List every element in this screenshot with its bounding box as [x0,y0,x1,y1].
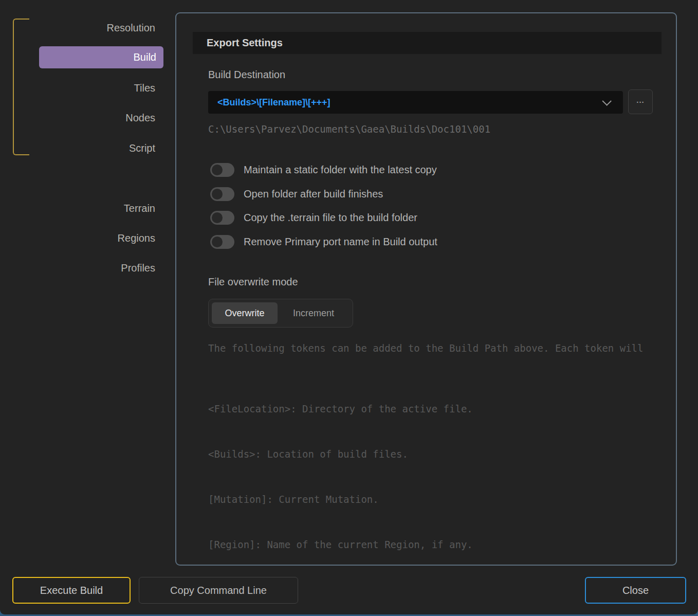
toggle-knob [212,165,223,175]
copy-command-line-button[interactable]: Copy Command Line [139,577,298,604]
static-folder-toggle[interactable] [210,163,234,177]
build-dialog: Resolution Build Tiles Nodes Script Terr… [0,0,698,614]
copy-terrain-toggle[interactable] [210,211,234,225]
toggle-knob [212,237,223,247]
token-line: <Builds>: Location of build files. [208,447,502,462]
open-folder-toggle[interactable] [210,187,234,201]
toggle-label: Copy the .terrain file to the build fold… [244,212,417,224]
toggle-row: Remove Primary port name in Build output [210,234,437,249]
panel-title: Export Settings [193,32,662,54]
toggle-label: Maintain a static folder with the latest… [244,164,437,176]
tokens-intro: The following tokens can be added to the… [208,341,643,356]
tokens-list: <FileLocation>: Directory of the active … [208,371,502,566]
toggle-row: Maintain a static folder with the latest… [210,162,437,177]
toggle-knob [212,212,223,223]
remove-port-name-toggle[interactable] [210,235,234,249]
toggle-label: Open folder after build finishes [244,188,383,200]
segment-overwrite[interactable]: Overwrite [212,302,278,324]
token-line: [Region]: Name of the current Region, if… [208,537,502,552]
build-destination-dropdown[interactable]: <Builds>\[Filename]\[+++] [208,91,623,114]
toggle-label: Remove Primary port name in Build output [244,236,437,248]
sidebar-item-terrain[interactable]: Terrain [0,197,155,220]
overwrite-mode-label: File overwrite mode [208,276,298,288]
toggle-row: Open folder after build finishes [210,187,383,201]
build-destination-label: Build Destination [208,69,285,81]
segment-increment[interactable]: Increment [278,302,350,324]
execute-build-button[interactable]: Execute Build [12,577,131,604]
overwrite-mode-segmented: Overwrite Increment [208,299,353,328]
close-button[interactable]: Close [585,577,686,604]
sidebar-item-regions[interactable]: Regions [0,227,155,249]
browse-button[interactable]: ... [628,89,653,114]
toggle-row: Copy the .terrain file to the build fold… [210,210,417,225]
token-line: [Mutation]: Current Mutation. [208,492,502,507]
resolved-path: C:\Users\Parvez\Documents\Gaea\Builds\Do… [208,123,490,135]
sidebar-item-tiles[interactable]: Tiles [0,77,155,99]
toggle-knob [212,189,223,200]
sidebar-item-script[interactable]: Script [0,137,155,159]
export-settings-panel: Export Settings Build Destination <Build… [175,12,677,566]
build-destination-value: <Builds>\[Filename]\[+++] [208,97,605,108]
sidebar-item-profiles[interactable]: Profiles [0,257,155,279]
sidebar-item-nodes[interactable]: Nodes [0,106,155,129]
token-line: <FileLocation>: Directory of the active … [208,402,502,416]
sidebar-item-build[interactable]: Build [39,46,163,68]
sidebar-item-resolution[interactable]: Resolution [0,16,155,39]
